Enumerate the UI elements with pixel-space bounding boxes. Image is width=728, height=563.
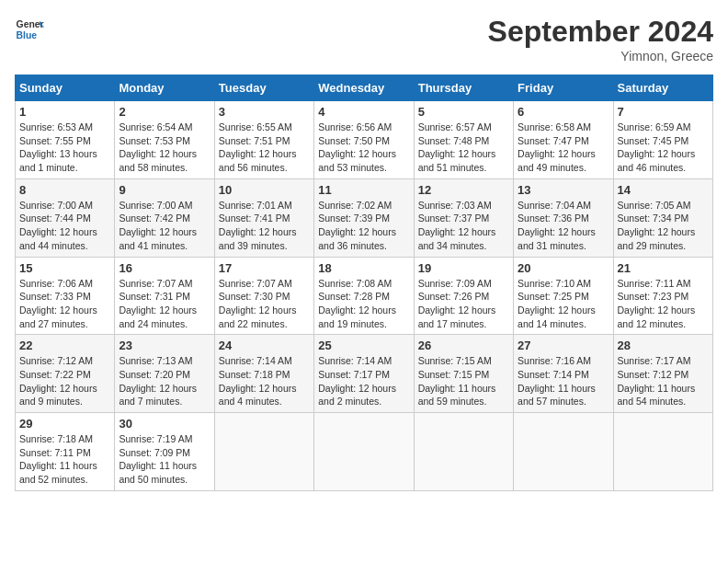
table-cell: 26Sunrise: 7:15 AMSunset: 7:15 PMDayligh… <box>414 335 513 413</box>
day-number: 7 <box>618 105 709 119</box>
header-sunday: Sunday <box>16 75 115 101</box>
day-info: Sunrise: 7:16 AMSunset: 7:14 PMDaylight:… <box>518 354 609 408</box>
day-info: Sunrise: 7:00 AMSunset: 7:44 PMDaylight:… <box>19 199 110 253</box>
table-cell: 29Sunrise: 7:18 AMSunset: 7:11 PMDayligh… <box>16 413 115 491</box>
table-cell <box>314 413 414 491</box>
table-cell: 7Sunrise: 6:59 AMSunset: 7:45 PMDaylight… <box>613 101 712 179</box>
day-info: Sunrise: 7:11 AMSunset: 7:23 PMDaylight:… <box>618 277 709 331</box>
table-cell: 21Sunrise: 7:11 AMSunset: 7:23 PMDayligh… <box>613 257 712 335</box>
table-cell: 12Sunrise: 7:03 AMSunset: 7:37 PMDayligh… <box>414 178 513 257</box>
header-friday: Friday <box>514 75 613 101</box>
day-number: 12 <box>418 183 509 197</box>
table-cell: 14Sunrise: 7:05 AMSunset: 7:34 PMDayligh… <box>613 178 712 257</box>
day-info: Sunrise: 7:07 AMSunset: 7:30 PMDaylight:… <box>219 277 310 331</box>
table-cell <box>514 413 613 491</box>
calendar-row: 29Sunrise: 7:18 AMSunset: 7:11 PMDayligh… <box>16 413 713 491</box>
day-info: Sunrise: 6:58 AMSunset: 7:47 PMDaylight:… <box>518 121 609 175</box>
table-cell: 22Sunrise: 7:12 AMSunset: 7:22 PMDayligh… <box>16 335 115 413</box>
table-cell: 8Sunrise: 7:00 AMSunset: 7:44 PMDaylight… <box>16 178 115 257</box>
day-info: Sunrise: 7:06 AMSunset: 7:33 PMDaylight:… <box>19 277 110 331</box>
calendar-body: 1Sunrise: 6:53 AMSunset: 7:55 PMDaylight… <box>16 101 713 491</box>
header-tuesday: Tuesday <box>214 75 313 101</box>
day-info: Sunrise: 7:15 AMSunset: 7:15 PMDaylight:… <box>418 354 509 408</box>
day-number: 22 <box>19 339 110 352</box>
day-number: 15 <box>19 261 110 275</box>
day-number: 18 <box>318 261 409 275</box>
day-info: Sunrise: 7:12 AMSunset: 7:22 PMDaylight:… <box>19 354 110 408</box>
table-cell: 18Sunrise: 7:08 AMSunset: 7:28 PMDayligh… <box>314 257 414 335</box>
day-info: Sunrise: 7:10 AMSunset: 7:25 PMDaylight:… <box>518 277 609 331</box>
day-info: Sunrise: 7:14 AMSunset: 7:18 PMDaylight:… <box>219 354 310 408</box>
table-cell: 24Sunrise: 7:14 AMSunset: 7:18 PMDayligh… <box>214 335 313 413</box>
table-cell: 10Sunrise: 7:01 AMSunset: 7:41 PMDayligh… <box>214 178 313 257</box>
day-info: Sunrise: 7:03 AMSunset: 7:37 PMDaylight:… <box>418 199 509 253</box>
day-number: 26 <box>418 339 509 352</box>
logo: General Blue <box>15 15 44 44</box>
calendar-table: Sunday Monday Tuesday Wednesday Thursday… <box>15 75 713 491</box>
day-info: Sunrise: 6:54 AMSunset: 7:53 PMDaylight:… <box>119 121 210 175</box>
day-number: 21 <box>618 261 709 275</box>
day-info: Sunrise: 7:13 AMSunset: 7:20 PMDaylight:… <box>119 354 210 408</box>
table-cell: 1Sunrise: 6:53 AMSunset: 7:55 PMDaylight… <box>16 101 115 179</box>
table-cell: 27Sunrise: 7:16 AMSunset: 7:14 PMDayligh… <box>514 335 613 413</box>
table-cell: 25Sunrise: 7:14 AMSunset: 7:17 PMDayligh… <box>314 335 414 413</box>
table-cell: 11Sunrise: 7:02 AMSunset: 7:39 PMDayligh… <box>314 178 414 257</box>
day-info: Sunrise: 6:55 AMSunset: 7:51 PMDaylight:… <box>219 121 310 175</box>
table-cell <box>613 413 712 491</box>
day-number: 19 <box>418 261 509 275</box>
weekday-header-row: Sunday Monday Tuesday Wednesday Thursday… <box>16 75 713 101</box>
table-cell: 20Sunrise: 7:10 AMSunset: 7:25 PMDayligh… <box>514 257 613 335</box>
table-cell <box>414 413 513 491</box>
table-cell: 15Sunrise: 7:06 AMSunset: 7:33 PMDayligh… <box>16 257 115 335</box>
logo-icon: General Blue <box>15 15 44 44</box>
calendar-row: 1Sunrise: 6:53 AMSunset: 7:55 PMDaylight… <box>16 101 713 179</box>
day-number: 20 <box>518 261 609 275</box>
table-cell: 2Sunrise: 6:54 AMSunset: 7:53 PMDaylight… <box>115 101 214 179</box>
day-info: Sunrise: 7:00 AMSunset: 7:42 PMDaylight:… <box>119 199 210 253</box>
table-cell: 13Sunrise: 7:04 AMSunset: 7:36 PMDayligh… <box>514 178 613 257</box>
day-info: Sunrise: 7:02 AMSunset: 7:39 PMDaylight:… <box>318 199 409 253</box>
day-info: Sunrise: 7:07 AMSunset: 7:31 PMDaylight:… <box>119 277 210 331</box>
day-number: 16 <box>119 261 210 275</box>
day-info: Sunrise: 7:18 AMSunset: 7:11 PMDaylight:… <box>19 432 110 487</box>
day-info: Sunrise: 6:56 AMSunset: 7:50 PMDaylight:… <box>318 121 409 175</box>
day-number: 28 <box>618 339 709 352</box>
calendar-row: 15Sunrise: 7:06 AMSunset: 7:33 PMDayligh… <box>16 257 713 335</box>
header-monday: Monday <box>115 75 214 101</box>
table-cell: 6Sunrise: 6:58 AMSunset: 7:47 PMDaylight… <box>514 101 613 179</box>
day-info: Sunrise: 7:01 AMSunset: 7:41 PMDaylight:… <box>219 199 310 253</box>
day-number: 8 <box>19 183 110 197</box>
day-number: 6 <box>518 105 609 119</box>
location: Yimnon, Greece <box>488 49 713 63</box>
day-number: 2 <box>119 105 210 119</box>
table-cell <box>214 413 313 491</box>
calendar-row: 22Sunrise: 7:12 AMSunset: 7:22 PMDayligh… <box>16 335 713 413</box>
table-cell: 19Sunrise: 7:09 AMSunset: 7:26 PMDayligh… <box>414 257 513 335</box>
day-number: 25 <box>318 339 409 352</box>
day-info: Sunrise: 7:04 AMSunset: 7:36 PMDaylight:… <box>518 199 609 253</box>
day-number: 9 <box>119 183 210 197</box>
day-number: 3 <box>219 105 310 119</box>
day-info: Sunrise: 7:14 AMSunset: 7:17 PMDaylight:… <box>318 354 409 408</box>
day-info: Sunrise: 7:09 AMSunset: 7:26 PMDaylight:… <box>418 277 509 331</box>
day-number: 4 <box>318 105 409 119</box>
day-number: 29 <box>19 417 110 431</box>
day-number: 30 <box>119 417 210 431</box>
day-info: Sunrise: 7:17 AMSunset: 7:12 PMDaylight:… <box>618 354 709 408</box>
day-number: 11 <box>318 183 409 197</box>
day-info: Sunrise: 7:08 AMSunset: 7:28 PMDaylight:… <box>318 277 409 331</box>
table-cell: 5Sunrise: 6:57 AMSunset: 7:48 PMDaylight… <box>414 101 513 179</box>
svg-text:Blue: Blue <box>17 30 38 40</box>
day-number: 14 <box>618 183 709 197</box>
day-info: Sunrise: 6:57 AMSunset: 7:48 PMDaylight:… <box>418 121 509 175</box>
table-cell: 9Sunrise: 7:00 AMSunset: 7:42 PMDaylight… <box>115 178 214 257</box>
page-header: General Blue September 2024 Yimnon, Gree… <box>15 15 713 63</box>
month-title: September 2024 <box>488 15 713 49</box>
table-cell: 16Sunrise: 7:07 AMSunset: 7:31 PMDayligh… <box>115 257 214 335</box>
day-number: 24 <box>219 339 310 352</box>
day-info: Sunrise: 6:53 AMSunset: 7:55 PMDaylight:… <box>19 121 110 175</box>
day-info: Sunrise: 7:19 AMSunset: 7:09 PMDaylight:… <box>119 432 210 487</box>
day-number: 1 <box>19 105 110 119</box>
day-number: 17 <box>219 261 310 275</box>
day-number: 13 <box>518 183 609 197</box>
